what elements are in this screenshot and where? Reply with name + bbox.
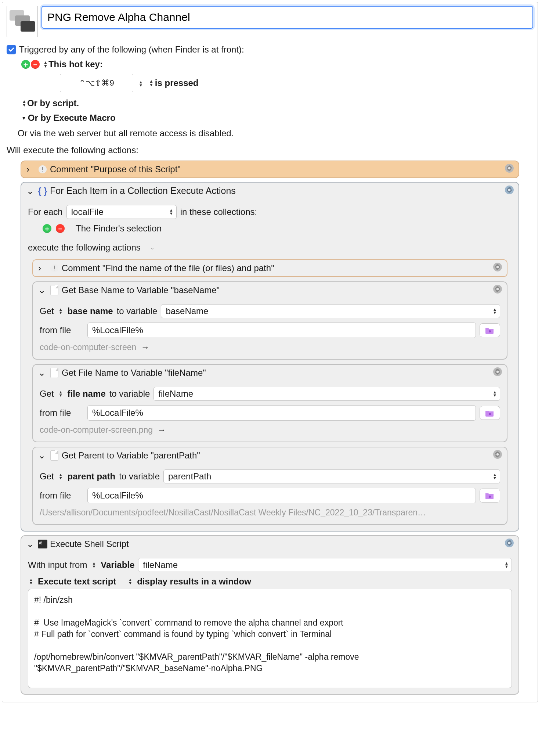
display-mode-stepper[interactable]: ▲▼ <box>128 578 132 585</box>
file-attr-name: parent path <box>68 471 116 482</box>
from-file-input[interactable]: %LocalFile% <box>87 405 476 421</box>
variable-name-select[interactable]: parentPath▲▼ <box>163 469 500 483</box>
hotkey-options-stepper[interactable]: ▲▼ <box>138 76 144 90</box>
execute-actions-label: execute the following actions <box>28 242 141 253</box>
action-title: Get Base Name to Variable "baseName" <box>62 285 220 295</box>
disclosure-toggle[interactable]: ⌄ <box>38 285 46 295</box>
variable-label: Variable <box>101 560 134 570</box>
action-title: Comment "Find the name of the file (or f… <box>62 263 274 273</box>
script-trigger-stepper[interactable]: ▲▼ <box>22 100 26 107</box>
or-by-script: Or by script. <box>27 96 79 111</box>
disclosure-toggle[interactable]: › <box>26 164 34 174</box>
get-label: Get <box>40 471 54 482</box>
macro-icon[interactable] <box>7 6 38 37</box>
file-attr-stepper[interactable]: ▲▼ <box>59 390 63 397</box>
from-file-input[interactable]: %LocalFile% <box>87 488 476 503</box>
get-label: Get <box>40 306 54 316</box>
action-execute-shell-script[interactable]: ⌄ Execute Shell Script With input from ▲… <box>21 535 519 695</box>
triggers-heading: Triggered by any of the following (when … <box>19 42 244 57</box>
triggers-heading-row: Triggered by any of the following (when … <box>7 42 533 57</box>
input-source-stepper[interactable]: ▲▼ <box>92 562 96 568</box>
triggers-enabled-checkbox[interactable] <box>7 45 16 54</box>
action-title: For Each Item in a Collection Execute Ac… <box>50 186 236 196</box>
input-variable-select[interactable]: fileName▲▼ <box>138 558 512 572</box>
gear-icon[interactable] <box>493 262 502 274</box>
variable-name-select[interactable]: fileName▲▼ <box>153 387 500 401</box>
action-title: Get File Name to Variable "fileName" <box>62 368 206 378</box>
remove-collection-button[interactable]: － <box>56 224 65 233</box>
gear-icon[interactable] <box>505 538 514 550</box>
result-preview: code-on-computer-screen.png → <box>40 423 500 436</box>
web-trigger-note: Or via the web server but all remote acc… <box>7 125 533 140</box>
warning-icon <box>37 164 48 174</box>
disclosure-toggle[interactable]: ⌄ <box>26 539 34 549</box>
exec-macro-chevron[interactable]: ▼ <box>21 111 26 125</box>
hotkey-trigger-row: ＋ － ▲▼ This hot key: <box>7 57 533 72</box>
terminal-icon <box>37 539 48 549</box>
gear-icon[interactable] <box>505 185 514 197</box>
from-file-label: from file <box>40 325 84 335</box>
file-attr-name: base name <box>68 306 113 316</box>
remove-trigger-button[interactable]: － <box>31 60 40 69</box>
file-attr-stepper[interactable]: ▲▼ <box>59 308 63 314</box>
for-each-variable-select[interactable]: localFile▲▼ <box>66 205 177 219</box>
disclosure-toggle[interactable]: ⌄ <box>150 245 155 251</box>
file-icon <box>49 368 59 378</box>
add-collection-button[interactable]: ＋ <box>43 224 51 233</box>
disclosure-toggle[interactable]: ⌄ <box>38 368 46 378</box>
svg-rect-9 <box>54 266 55 269</box>
action-title: Comment "Purpose of this Script" <box>50 164 181 174</box>
braces-icon: { } <box>37 186 48 196</box>
action-get-base-name[interactable]: ⌄ Get Base Name to Variable "baseName" G… <box>32 281 507 360</box>
action-comment-find-name[interactable]: › Comment "Find the name of the file (or… <box>32 259 507 277</box>
script-type-stepper[interactable]: ▲▼ <box>29 578 33 585</box>
file-icon <box>49 285 59 295</box>
macro-editor: Triggered by any of the following (when … <box>2 2 538 702</box>
choose-file-button[interactable] <box>480 323 500 337</box>
for-each-label: For each <box>28 207 63 217</box>
result-preview: /Users/allison/Documents/podfeet/Nosilla… <box>40 505 500 518</box>
action-get-file-name[interactable]: ⌄ Get File Name to Variable "fileName" G… <box>32 364 507 442</box>
execute-text-script-label: Execute text script <box>38 576 116 587</box>
collection-item-label: The Finder's selection <box>76 223 162 234</box>
action-get-parent-path[interactable]: ⌄ Get Parent to Variable "parentPath" Ge… <box>32 447 507 525</box>
disclosure-toggle[interactable]: ⌄ <box>38 450 46 461</box>
from-file-label: from file <box>40 490 84 501</box>
action-title: Get Parent to Variable "parentPath" <box>62 450 200 461</box>
add-trigger-button[interactable]: ＋ <box>21 60 30 69</box>
actions-header: Will execute the following actions: <box>6 140 534 157</box>
file-icon <box>49 450 59 461</box>
action-comment-purpose[interactable]: › Comment "Purpose of this Script" <box>21 161 519 178</box>
warning-icon <box>49 263 59 273</box>
disclosure-toggle[interactable]: ⌄ <box>26 186 34 196</box>
display-results-label: display results in a window <box>137 576 251 587</box>
gear-icon[interactable] <box>493 284 502 296</box>
gear-icon[interactable] <box>493 367 502 379</box>
pressed-label: is pressed <box>155 76 199 90</box>
or-by-exec-macro: Or by Execute Macro <box>28 111 116 125</box>
svg-rect-6 <box>42 167 43 170</box>
gear-icon[interactable] <box>493 450 502 461</box>
to-variable-label: to variable <box>109 389 150 399</box>
variable-name-select[interactable]: baseName▲▼ <box>161 304 500 318</box>
from-file-input[interactable]: %LocalFile% <box>87 323 476 338</box>
disclosure-toggle[interactable]: › <box>38 263 46 273</box>
svg-rect-7 <box>42 171 43 172</box>
choose-file-button[interactable] <box>480 406 500 420</box>
choose-file-button[interactable] <box>480 489 500 503</box>
pressed-mode-stepper[interactable]: ▲▼ <box>149 79 153 87</box>
file-attr-stepper[interactable]: ▲▼ <box>59 473 63 480</box>
shell-script-textarea[interactable]: #! /bin/zsh # Use ImageMagick's `convert… <box>28 589 512 688</box>
hotkey-label: This hot key: <box>48 57 103 72</box>
header-row <box>6 6 534 41</box>
trigger-type-stepper[interactable]: ▲▼ <box>43 61 48 68</box>
result-preview: code-on-computer-screen → <box>40 340 500 353</box>
action-for-each[interactable]: ⌄ { } For Each Item in a Collection Exec… <box>21 182 519 532</box>
macro-name-input[interactable] <box>41 6 533 29</box>
to-variable-label: to variable <box>117 306 158 316</box>
file-attr-name: file name <box>68 389 106 399</box>
in-collections-label: in these collections: <box>180 207 257 217</box>
hotkey-field[interactable]: ⌃⌥⇧⌘9 <box>60 74 133 92</box>
gear-icon[interactable] <box>505 163 514 175</box>
svg-rect-10 <box>54 270 55 270</box>
